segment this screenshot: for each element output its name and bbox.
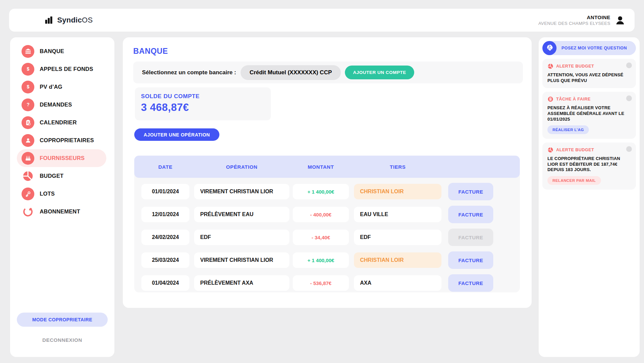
sidebar-item-coproprietaires[interactable]: COPROPRIETAIRES [17, 131, 106, 149]
column-header-date: DATE [141, 164, 189, 170]
factory-icon [22, 152, 34, 165]
table-row: 01/04/2024 PRÉLÈVEMENT AXA - 536,87€ AXA… [134, 274, 520, 292]
card-body: PENSEZ À RÉALISER VOTRE ASSEMBLÉE GÉNÉRA… [547, 105, 631, 122]
svg-text:$: $ [27, 84, 29, 89]
facture-button[interactable]: FACTURE [448, 274, 493, 292]
notification-dot[interactable] [626, 146, 632, 152]
cell-operation: VIREMENT CHRISTIAN LIOR [194, 184, 289, 199]
card-action-button[interactable]: RÉALISER L’AG [547, 125, 589, 134]
cell-date: 01/01/2024 [141, 184, 189, 199]
add-account-button[interactable]: AJOUTER UN COMPTE [345, 66, 414, 79]
cell-amount: + 1 400,00€ [293, 184, 349, 199]
table-row: 24/02/2024 EDF - 34,40€ EDF FACTURE [134, 229, 520, 246]
table-body: 01/01/2024 VIREMENT CHRISTIAN LIOR + 1 4… [134, 183, 520, 292]
bank-icon [22, 45, 34, 58]
table-header-row: DATEOPÉRATIONMONTANTTIERS [134, 156, 520, 178]
sidebar-item-abonnement[interactable]: ABONNEMENT [17, 203, 106, 220]
cell-amount: - 536,87€ [293, 275, 349, 291]
assistant-card: ALERTE BUDGET LE COPROPRIÉTAIRE CHRISTIA… [542, 143, 636, 190]
account-select[interactable]: Crédit Mutuel (XXXXXXX) CCP [241, 65, 341, 80]
person-icon [22, 134, 34, 147]
calendar-icon [22, 116, 34, 129]
app-logo: SyndicOS [44, 15, 93, 25]
column-header-opration: OPÉRATION [194, 164, 289, 170]
sidebar-item-demandes[interactable]: ? DEMANDES [17, 96, 106, 114]
column-header-tiers: TIERS [354, 164, 441, 170]
avatar-icon[interactable] [614, 14, 626, 26]
table-row: 01/01/2024 VIREMENT CHRISTIAN LIOR + 1 4… [134, 183, 520, 200]
page-title: BANQUE [133, 47, 168, 56]
cell-tiers: CHRISTIAN LOIR [354, 184, 441, 199]
account-select-label: Sélectionnez un compte bancaire : [142, 69, 236, 76]
dollar-icon: $ [22, 63, 34, 76]
column-header-montant: MONTANT [293, 164, 349, 170]
mode-coproprietaire-button[interactable]: MODE COPROPRIETAIRE [17, 313, 108, 327]
pen-icon [22, 205, 34, 218]
cell-date: 25/03/2024 [141, 252, 189, 268]
assistant-cards: ALERTE BUDGET ATTENTION, VOUS AVEZ DÉPEN… [542, 59, 636, 190]
sidebar-item-pv-d-ag[interactable]: $ PV d’AG [17, 78, 106, 96]
cell-amount: - 400,00€ [293, 207, 349, 222]
balance-card: SOLDE DU COMPTE 3 468,87€ [135, 87, 271, 120]
svg-text:$: $ [27, 66, 29, 72]
cell-amount: - 34,40€ [293, 230, 349, 245]
balance-label: SOLDE DU COMPTE [141, 93, 271, 100]
card-body: ATTENTION, VOUS AVEZ DÉPENSÉ PLUS QUE PR… [547, 72, 631, 83]
facture-button[interactable]: FACTURE [448, 251, 493, 269]
card-tag: ALERTE BUDGET [556, 64, 594, 69]
card-action-button[interactable]: RELANCER PAR MAIL [547, 176, 601, 185]
app-header: SyndicOS ANTOINE AVENUE DES CHAMPS ELYSE… [9, 9, 635, 32]
pie-chart-icon [547, 63, 553, 69]
cell-tiers: CHRISTIAN LOIR [354, 252, 441, 268]
card-tag: ALERTE BUDGET [556, 148, 594, 152]
sidebar-nav: BANQUE $ APPELS DE FONDS $ PV d’AG ? DEM… [10, 37, 114, 220]
table-row: 25/03/2024 VIREMENT CHRISTIAN LIOR + 1 4… [134, 251, 520, 269]
cell-date: 12/01/2024 [141, 207, 189, 222]
cell-date: 24/02/2024 [141, 230, 189, 245]
sidebar-item-lots[interactable]: LOTS [17, 185, 106, 203]
ask-question-button[interactable]: POSEZ MOI VOTRE QUESTION [542, 41, 636, 55]
cell-operation: EDF [194, 230, 289, 245]
facture-button[interactable]: FACTURE [448, 183, 493, 200]
notification-dot[interactable] [626, 95, 632, 101]
user-block[interactable]: ANTOINE AVENUE DES CHAMPS ELYSEES [538, 14, 626, 26]
sidebar-item-calendrier[interactable]: CALENDRIER [17, 114, 106, 131]
card-tag: TÂCHE À FAIRE [556, 97, 591, 102]
sidebar-item-appels-de-fonds[interactable]: $ APPELS DE FONDS [17, 60, 106, 78]
pie-chart-icon [547, 147, 553, 153]
key-icon [22, 188, 34, 200]
task-icon [547, 96, 553, 102]
facture-button: FACTURE [448, 229, 493, 246]
pie-chart-icon [22, 170, 34, 183]
cell-tiers: EDF [354, 230, 441, 245]
user-name: ANTOINE [538, 14, 610, 20]
user-address: AVENUE DES CHAMPS ELYSEES [538, 21, 610, 26]
logout-button[interactable]: DECONNEXION [10, 337, 114, 343]
assistant-card: TÂCHE À FAIRE PENSEZ À RÉALISER VOTRE AS… [542, 92, 636, 139]
sidebar-item-fournisseurs[interactable]: FOURNISSEURS [17, 149, 106, 167]
cell-amount: + 1 400,00€ [293, 252, 349, 268]
cell-tiers: AXA [354, 275, 441, 291]
cell-tiers: EAU VILLE [354, 207, 441, 222]
sidebar-item-banque[interactable]: BANQUE [17, 42, 106, 60]
cell-operation: PRÉLÈVEMENT EAU [194, 207, 289, 222]
brain-icon [542, 41, 557, 55]
notification-dot[interactable] [626, 63, 632, 68]
assistant-panel: POSEZ MOI VOTRE QUESTION ALERTE BUDGET A… [539, 37, 640, 357]
app-title: SyndicOS [57, 16, 93, 25]
cell-date: 01/04/2024 [141, 275, 189, 291]
operations-table: DATEOPÉRATIONMONTANTTIERS 01/01/2024 VIR… [134, 156, 520, 292]
svg-text:?: ? [27, 102, 30, 107]
ask-question-label: POSEZ MOI VOTRE QUESTION [562, 46, 627, 50]
main-panel: BANQUE Sélectionnez un compte bancaire :… [123, 37, 532, 308]
assistant-card: ALERTE BUDGET ATTENTION, VOUS AVEZ DÉPEN… [542, 59, 636, 88]
sidebar-item-budget[interactable]: BUDGET [17, 167, 106, 185]
sidebar: BANQUE $ APPELS DE FONDS $ PV d’AG ? DEM… [10, 37, 114, 357]
table-row: 12/01/2024 PRÉLÈVEMENT EAU - 400,00€ EAU… [134, 206, 520, 223]
account-selector-bar: Sélectionnez un compte bancaire : Crédit… [133, 62, 523, 83]
facture-button[interactable]: FACTURE [448, 206, 493, 223]
bar-chart-logo-icon [44, 15, 54, 25]
add-operation-button[interactable]: AJOUTER UNE OPÉRATION [134, 128, 219, 141]
question-icon: ? [22, 98, 34, 111]
dollar-icon: $ [22, 81, 34, 93]
